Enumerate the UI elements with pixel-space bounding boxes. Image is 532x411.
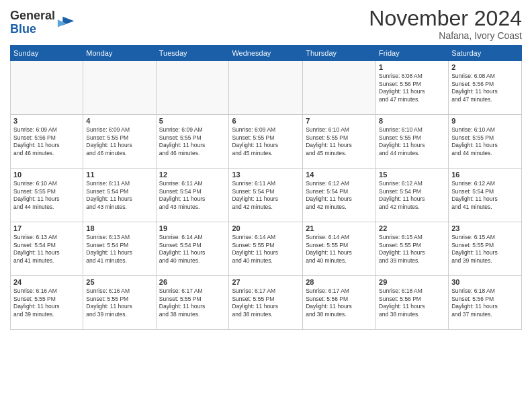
day-cell: 21Sunrise: 6:14 AM Sunset: 5:55 PM Dayli… [303, 222, 376, 276]
day-number: 27 [232, 278, 300, 286]
day-info: Sunrise: 6:17 AM Sunset: 5:55 PM Dayligh… [159, 287, 226, 318]
day-info: Sunrise: 6:09 AM Sunset: 5:56 PM Dayligh… [13, 126, 80, 157]
day-cell: 24Sunrise: 6:16 AM Sunset: 5:55 PM Dayli… [11, 276, 83, 330]
col-header-tuesday: Tuesday [156, 46, 229, 61]
day-info: Sunrise: 6:14 AM Sunset: 5:55 PM Dayligh… [232, 234, 300, 265]
day-number: 14 [306, 171, 373, 179]
day-cell: 23Sunrise: 6:15 AM Sunset: 5:55 PM Dayli… [449, 222, 522, 276]
day-info: Sunrise: 6:10 AM Sunset: 5:55 PM Dayligh… [13, 180, 80, 211]
week-row-1: 1Sunrise: 6:08 AM Sunset: 5:56 PM Daylig… [11, 61, 522, 115]
day-info: Sunrise: 6:11 AM Sunset: 5:54 PM Dayligh… [86, 180, 152, 211]
day-cell: 29Sunrise: 6:18 AM Sunset: 5:56 PM Dayli… [376, 276, 449, 330]
day-number: 9 [451, 117, 519, 125]
day-info: Sunrise: 6:18 AM Sunset: 5:56 PM Dayligh… [379, 287, 445, 318]
day-number: 12 [159, 171, 226, 179]
day-info: Sunrise: 6:15 AM Sunset: 5:55 PM Dayligh… [451, 234, 519, 265]
day-cell: 16Sunrise: 6:12 AM Sunset: 5:54 PM Dayli… [449, 169, 522, 222]
day-cell: 9Sunrise: 6:10 AM Sunset: 5:55 PM Daylig… [449, 115, 522, 169]
day-info: Sunrise: 6:14 AM Sunset: 5:55 PM Dayligh… [306, 234, 373, 265]
day-info: Sunrise: 6:13 AM Sunset: 5:54 PM Dayligh… [86, 234, 152, 265]
day-cell [11, 61, 83, 115]
day-number: 4 [86, 117, 152, 125]
day-cell: 15Sunrise: 6:12 AM Sunset: 5:54 PM Dayli… [376, 169, 449, 222]
day-number: 17 [13, 224, 80, 232]
day-cell: 11Sunrise: 6:11 AM Sunset: 5:54 PM Dayli… [83, 169, 156, 222]
week-row-2: 3Sunrise: 6:09 AM Sunset: 5:56 PM Daylig… [11, 115, 522, 169]
col-header-sunday: Sunday [11, 46, 83, 61]
day-number: 13 [232, 171, 300, 179]
page: General Blue November 2024 Nafana, Ivory… [0, 0, 532, 336]
day-number: 25 [86, 278, 152, 286]
day-info: Sunrise: 6:12 AM Sunset: 5:54 PM Dayligh… [379, 180, 445, 211]
header: General Blue November 2024 Nafana, Ivory… [10, 7, 522, 41]
day-number: 19 [159, 224, 226, 232]
day-info: Sunrise: 6:11 AM Sunset: 5:54 PM Dayligh… [159, 180, 226, 211]
col-header-thursday: Thursday [303, 46, 376, 61]
day-cell: 7Sunrise: 6:10 AM Sunset: 5:55 PM Daylig… [303, 115, 376, 169]
day-number: 28 [306, 278, 373, 286]
day-cell: 10Sunrise: 6:10 AM Sunset: 5:55 PM Dayli… [11, 169, 83, 222]
day-cell: 3Sunrise: 6:09 AM Sunset: 5:56 PM Daylig… [11, 115, 83, 169]
week-row-4: 17Sunrise: 6:13 AM Sunset: 5:54 PM Dayli… [11, 222, 522, 276]
day-number: 2 [451, 63, 519, 71]
day-number: 7 [306, 117, 373, 125]
logo: General Blue [10, 9, 75, 36]
day-number: 22 [379, 224, 445, 232]
col-header-monday: Monday [83, 46, 156, 61]
day-info: Sunrise: 6:12 AM Sunset: 5:54 PM Dayligh… [451, 180, 519, 211]
day-number: 20 [232, 224, 300, 232]
day-cell: 30Sunrise: 6:18 AM Sunset: 5:56 PM Dayli… [449, 276, 522, 330]
day-info: Sunrise: 6:10 AM Sunset: 5:55 PM Dayligh… [379, 126, 445, 157]
day-number: 11 [86, 171, 152, 179]
day-cell: 2Sunrise: 6:08 AM Sunset: 5:56 PM Daylig… [449, 61, 522, 115]
day-cell: 1Sunrise: 6:08 AM Sunset: 5:56 PM Daylig… [376, 61, 449, 115]
day-number: 18 [86, 224, 152, 232]
week-row-3: 10Sunrise: 6:10 AM Sunset: 5:55 PM Dayli… [11, 169, 522, 222]
day-info: Sunrise: 6:08 AM Sunset: 5:56 PM Dayligh… [379, 73, 445, 103]
day-cell: 8Sunrise: 6:10 AM Sunset: 5:55 PM Daylig… [376, 115, 449, 169]
logo-blue: Blue [10, 22, 36, 36]
day-cell: 12Sunrise: 6:11 AM Sunset: 5:54 PM Dayli… [156, 169, 229, 222]
day-info: Sunrise: 6:16 AM Sunset: 5:55 PM Dayligh… [86, 287, 152, 318]
calendar-table: SundayMondayTuesdayWednesdayThursdayFrid… [10, 45, 522, 330]
month-title: November 2024 [369, 7, 522, 30]
day-number: 29 [379, 278, 445, 286]
day-info: Sunrise: 6:13 AM Sunset: 5:54 PM Dayligh… [13, 234, 80, 265]
logo-icon [56, 13, 75, 32]
day-cell: 27Sunrise: 6:17 AM Sunset: 5:55 PM Dayli… [229, 276, 303, 330]
week-row-5: 24Sunrise: 6:16 AM Sunset: 5:55 PM Dayli… [11, 276, 522, 330]
day-number: 1 [379, 63, 445, 71]
day-cell: 17Sunrise: 6:13 AM Sunset: 5:54 PM Dayli… [11, 222, 83, 276]
location: Nafana, Ivory Coast [369, 30, 522, 41]
day-info: Sunrise: 6:18 AM Sunset: 5:56 PM Dayligh… [451, 287, 519, 318]
day-number: 23 [451, 224, 519, 232]
logo-text: General Blue [10, 9, 55, 36]
day-number: 3 [13, 117, 80, 125]
day-number: 8 [379, 117, 445, 125]
day-number: 26 [159, 278, 226, 286]
day-cell: 19Sunrise: 6:14 AM Sunset: 5:54 PM Dayli… [156, 222, 229, 276]
logo-general: General [10, 9, 55, 22]
day-info: Sunrise: 6:14 AM Sunset: 5:54 PM Dayligh… [159, 234, 226, 265]
day-cell: 18Sunrise: 6:13 AM Sunset: 5:54 PM Dayli… [83, 222, 156, 276]
calendar-header-row: SundayMondayTuesdayWednesdayThursdayFrid… [11, 46, 522, 61]
col-header-friday: Friday [376, 46, 449, 61]
day-cell [229, 61, 303, 115]
day-cell: 20Sunrise: 6:14 AM Sunset: 5:55 PM Dayli… [229, 222, 303, 276]
day-info: Sunrise: 6:09 AM Sunset: 5:55 PM Dayligh… [86, 126, 152, 157]
day-cell: 22Sunrise: 6:15 AM Sunset: 5:55 PM Dayli… [376, 222, 449, 276]
day-info: Sunrise: 6:11 AM Sunset: 5:54 PM Dayligh… [232, 180, 300, 211]
day-info: Sunrise: 6:09 AM Sunset: 5:55 PM Dayligh… [232, 126, 300, 157]
day-info: Sunrise: 6:10 AM Sunset: 5:55 PM Dayligh… [306, 126, 373, 157]
day-number: 24 [13, 278, 80, 286]
day-number: 5 [159, 117, 226, 125]
day-info: Sunrise: 6:17 AM Sunset: 5:55 PM Dayligh… [232, 287, 300, 318]
col-header-saturday: Saturday [449, 46, 522, 61]
day-cell: 14Sunrise: 6:12 AM Sunset: 5:54 PM Dayli… [303, 169, 376, 222]
day-number: 15 [379, 171, 445, 179]
day-info: Sunrise: 6:08 AM Sunset: 5:56 PM Dayligh… [451, 73, 519, 103]
day-cell [303, 61, 376, 115]
day-cell [156, 61, 229, 115]
day-cell: 6Sunrise: 6:09 AM Sunset: 5:55 PM Daylig… [229, 115, 303, 169]
day-number: 30 [451, 278, 519, 286]
